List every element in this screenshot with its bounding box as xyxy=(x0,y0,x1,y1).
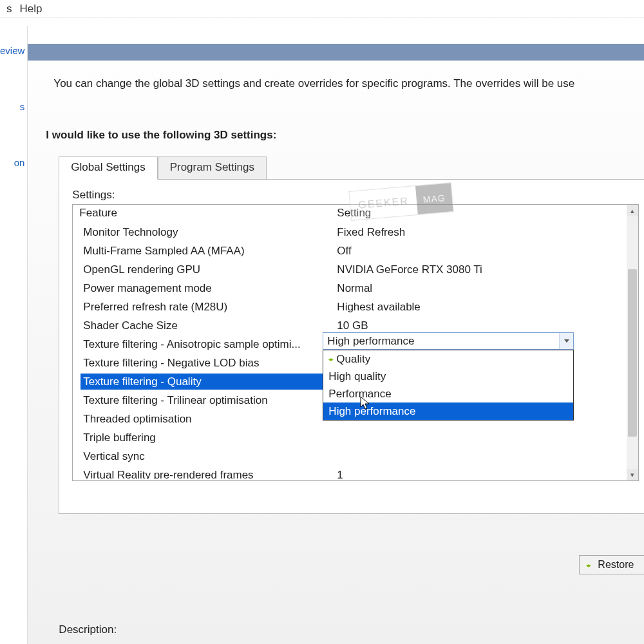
sidebar-link-3[interactable]: on xyxy=(14,157,28,168)
row-feature: Texture filtering - Quality xyxy=(80,374,334,390)
row-feature: Shader Cache Size xyxy=(83,317,337,334)
restore-button[interactable]: Restore xyxy=(579,555,644,574)
row-feature: Preferred refresh rate (M28U) xyxy=(83,299,337,315)
page-description: You can change the global 3D settings an… xyxy=(28,61,644,90)
table-row[interactable]: Triple buffering xyxy=(73,428,638,447)
scroll-down-icon[interactable]: ▾ xyxy=(627,469,638,480)
restore-button-label: Restore xyxy=(598,559,634,571)
main-content: You can change the global 3D settings an… xyxy=(28,18,644,644)
row-setting: Normal xyxy=(337,280,638,296)
sidebar: eview s on xyxy=(0,26,28,644)
row-setting xyxy=(337,430,638,446)
tab-global-settings[interactable]: Global Settings xyxy=(59,156,157,180)
quality-dropdown-list[interactable]: QualityHigh qualityPerformanceHigh perfo… xyxy=(323,350,574,421)
grid-header: Feature Setting xyxy=(73,205,638,223)
row-setting: 10 GB xyxy=(337,317,638,334)
row-feature: Texture filtering - Anisotropic sample o… xyxy=(83,336,337,352)
quality-dropdown[interactable]: High performance xyxy=(323,332,574,350)
row-feature: Power management mode xyxy=(83,280,337,296)
row-feature: Threaded optimisation xyxy=(83,411,337,427)
column-setting: Setting xyxy=(337,207,632,220)
scrollbar[interactable]: ▴ ▾ xyxy=(627,205,638,480)
section-heading: I would like to use the following 3D set… xyxy=(46,129,644,142)
row-setting: NVIDIA GeForce RTX 3080 Ti xyxy=(337,261,638,278)
row-feature: Monitor Technology xyxy=(83,224,337,240)
row-feature: OpenGL rendering GPU xyxy=(83,261,337,278)
chevron-down-icon[interactable] xyxy=(559,333,573,349)
dropdown-option[interactable]: Quality xyxy=(323,350,573,368)
table-row[interactable]: Power management modeNormal xyxy=(73,279,638,298)
menu-item-help[interactable]: Help xyxy=(20,3,43,15)
sidebar-link-2[interactable]: s xyxy=(20,101,28,112)
column-feature: Feature xyxy=(79,207,337,220)
row-setting: Off xyxy=(337,243,638,259)
menubar: s Help xyxy=(0,0,644,18)
row-setting: Fixed Refresh xyxy=(337,224,638,240)
table-row[interactable]: Preferred refresh rate (M28U)Highest ava… xyxy=(73,298,638,316)
row-feature: Virtual Reality pre-rendered frames xyxy=(83,467,337,479)
tab-program-settings[interactable]: Program Settings xyxy=(158,156,267,180)
tab-panel-global: Settings: Feature Setting Monitor Techno… xyxy=(59,179,644,514)
title-band xyxy=(28,44,644,61)
table-row[interactable]: Monitor TechnologyFixed Refresh xyxy=(73,223,638,242)
dropdown-selected-value: High performance xyxy=(327,335,559,348)
table-row[interactable]: Multi-Frame Sampled AA (MFAA)Off xyxy=(73,242,638,260)
menu-item-truncated[interactable]: s xyxy=(6,3,12,15)
table-row[interactable]: Virtual Reality pre-rendered frames1 xyxy=(73,466,638,479)
row-setting: Highest available xyxy=(337,299,638,315)
description-label: Description: xyxy=(59,623,644,636)
row-setting: 1 xyxy=(337,467,638,479)
settings-label: Settings: xyxy=(72,189,644,202)
row-feature: Triple buffering xyxy=(83,430,337,446)
dropdown-option[interactable]: High performance xyxy=(323,402,573,420)
row-feature: Vertical sync xyxy=(83,448,337,464)
row-setting xyxy=(337,448,638,464)
scroll-up-icon[interactable]: ▴ xyxy=(627,205,638,216)
table-row[interactable]: Vertical sync xyxy=(73,447,638,466)
table-row[interactable]: OpenGL rendering GPUNVIDIA GeForce RTX 3… xyxy=(73,260,638,279)
dropdown-option[interactable]: Performance xyxy=(323,385,573,402)
row-feature: Texture filtering - Negative LOD bias xyxy=(83,355,337,371)
row-feature: Texture filtering - Trilinear optimisati… xyxy=(83,392,337,408)
scroll-thumb[interactable] xyxy=(628,269,637,437)
dropdown-option[interactable]: High quality xyxy=(323,368,573,385)
sidebar-link-preview[interactable]: eview xyxy=(0,45,27,56)
row-feature: Multi-Frame Sampled AA (MFAA) xyxy=(83,243,337,259)
tabs: Global Settings Program Settings xyxy=(59,155,644,180)
